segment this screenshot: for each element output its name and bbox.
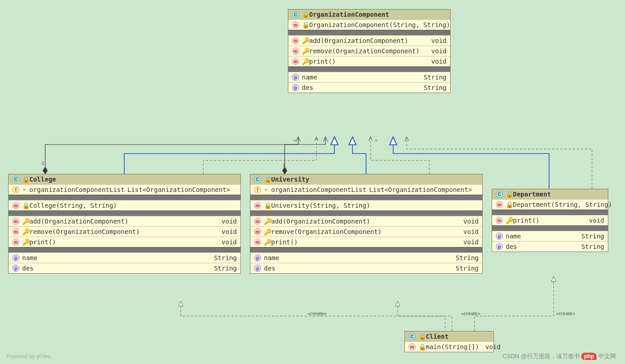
class-title: C 🔒 OrganizationComponent: [288, 9, 450, 19]
property-icon: p: [254, 254, 261, 261]
method-icon: m: [496, 217, 503, 224]
class-title: C🔒 University: [250, 174, 482, 184]
class-name: Department: [513, 191, 551, 198]
stereotype-create: «create»: [461, 311, 480, 316]
prop-name: p nameString: [9, 252, 240, 263]
stereotype-create: «create»: [556, 311, 575, 316]
class-title: C🔒 Department: [492, 189, 608, 199]
method-remove: m🔑 remove(OrganizationComponent)void: [9, 226, 240, 237]
prop-des: p desString: [492, 241, 608, 252]
method-icon: m: [496, 201, 503, 208]
property-icon: p: [292, 74, 299, 81]
field-list: f∘ organizationComponentListList<Organiz…: [9, 184, 240, 195]
prop-name: p nameString: [492, 231, 608, 241]
class-university: C🔒 University f∘ organizationComponentLi…: [250, 174, 483, 274]
method-remove: m🔑 remove(OrganizationComponent)void: [288, 46, 450, 56]
prop-des: p desString: [9, 263, 240, 273]
method-icon: m: [292, 21, 299, 28]
method-icon: m: [409, 343, 416, 350]
prop-des: p desString: [288, 82, 450, 93]
class-icon: C: [409, 333, 416, 340]
method-print: m🔑 print()void: [288, 56, 450, 66]
prop-name: p nameString: [250, 252, 482, 263]
constructor: m🔒 Department(String, String): [492, 199, 608, 210]
class-title: C🔒 Client: [405, 331, 493, 341]
method-icon: m: [12, 238, 19, 246]
php-badge-icon: php: [581, 353, 597, 360]
class-name: OrganizationComponent: [309, 11, 389, 18]
constructor: m🔒 OrganizationComponent(String, String): [288, 19, 450, 30]
stereotype-create: «create»: [307, 311, 327, 316]
constructor: m🔒 College(String, String): [9, 200, 240, 210]
prop-des: p desString: [250, 263, 482, 273]
class-department: C🔒 Department m🔒 Department(String, Stri…: [492, 189, 608, 252]
method-print: m🔑 print()void: [250, 237, 482, 247]
method-print: m🔑 print()void: [9, 237, 240, 247]
class-icon: C: [12, 176, 19, 183]
method-remove: m🔑 remove(OrganizationComponent)void: [250, 226, 482, 237]
mult-star: *: [375, 139, 377, 144]
method-main: m🔒 main(String[])void: [405, 341, 493, 352]
property-icon: p: [254, 265, 261, 272]
class-name: University: [271, 176, 309, 183]
class-icon: C: [254, 176, 261, 183]
prop-name: p nameString: [288, 72, 450, 82]
method-icon: m: [12, 218, 19, 225]
method-add: m🔑 add(OrganizationComponent)void: [250, 216, 482, 226]
property-icon: p: [292, 84, 299, 91]
class-icon: C: [292, 11, 299, 18]
method-icon: m: [292, 37, 299, 44]
property-icon: p: [12, 265, 19, 272]
class-name: Client: [426, 333, 449, 340]
property-icon: p: [496, 243, 503, 250]
method-icon: m: [254, 202, 261, 209]
method-icon: m: [254, 218, 261, 225]
class-name: College: [29, 176, 56, 183]
class-title: C🔒 College: [9, 174, 240, 184]
property-icon: p: [496, 233, 503, 240]
property-icon: p: [12, 254, 19, 261]
method-icon: m: [12, 202, 19, 209]
field-icon: f: [12, 186, 19, 193]
footer-credit: Powered by yFiles: [6, 353, 51, 359]
method-icon: m: [254, 228, 261, 235]
mult-one: 1: [282, 163, 285, 168]
method-icon: m: [254, 238, 261, 246]
field-list: f∘ organizationComponentListList<Organiz…: [250, 184, 482, 195]
mult-one: 1: [42, 160, 44, 166]
class-organization-component: C 🔒 OrganizationComponent m🔒 Organizatio…: [288, 9, 451, 93]
method-add: m🔑 add(OrganizationComponent)void: [288, 35, 450, 46]
constructor: m🔒 University(String, String): [250, 200, 482, 210]
watermark: CSDN @行万里路，读万卷书 php 中文网: [503, 352, 616, 360]
method-add: m🔑 add(OrganizationComponent)void: [9, 216, 240, 226]
class-client: C🔒 Client m🔒 main(String[])void: [404, 331, 494, 352]
class-college: C🔒 College f∘ organizationComponentListL…: [8, 174, 241, 274]
method-icon: m: [12, 228, 19, 235]
method-print: m🔑 print()void: [492, 215, 608, 225]
mult-star: *: [294, 139, 296, 144]
method-icon: m: [292, 58, 299, 65]
method-icon: m: [292, 47, 299, 55]
class-icon: C: [496, 191, 503, 198]
field-icon: f: [254, 186, 261, 193]
